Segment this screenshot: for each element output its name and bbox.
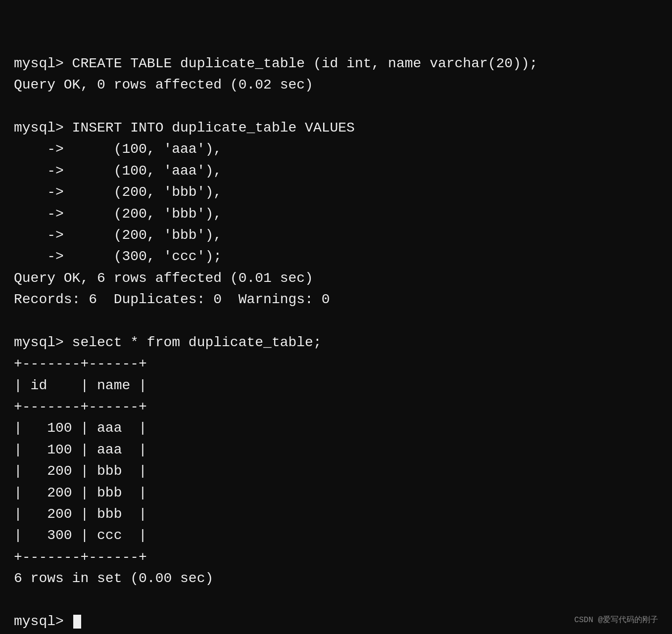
terminal-output: mysql> CREATE TABLE duplicate_table (id … <box>14 53 658 633</box>
terminal-window: mysql> CREATE TABLE duplicate_table (id … <box>0 0 672 634</box>
watermark: CSDN @爱写代码的刚子 <box>574 615 658 625</box>
terminal-cursor <box>73 615 81 629</box>
